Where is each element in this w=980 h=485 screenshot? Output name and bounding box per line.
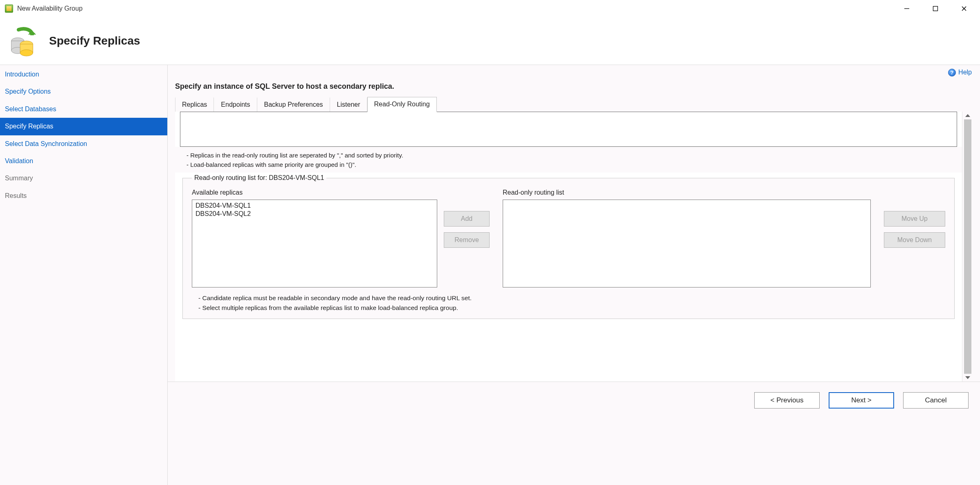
help-link[interactable]: ? Help <box>948 69 972 76</box>
body: Introduction Specify Options Select Data… <box>0 65 980 485</box>
tab-panel: - Replicas in the read-only routing list… <box>175 112 973 382</box>
close-icon <box>961 6 967 11</box>
close-button[interactable] <box>950 0 978 17</box>
cancel-button[interactable]: Cancel <box>903 392 969 409</box>
window-title: New Availability Group <box>17 5 83 12</box>
minimize-button[interactable] <box>892 0 921 17</box>
top-note-1: - Replicas in the read-only routing list… <box>187 151 952 160</box>
content-area: ? Help Specify an instance of SQL Server… <box>168 65 980 485</box>
add-button[interactable]: Add <box>444 211 490 227</box>
next-button[interactable]: Next > <box>829 392 894 409</box>
bottom-notes: - Candidate replica must be readable in … <box>192 287 945 313</box>
routing-list-column: Read-only routing list <box>503 189 871 287</box>
tab-listener[interactable]: Listener <box>330 97 367 112</box>
available-column: Available replicas DBS204-VM-SQL1 DBS204… <box>192 189 437 287</box>
step-results: Results <box>0 187 167 204</box>
move-up-button[interactable]: Move Up <box>884 211 945 227</box>
titlebar: New Availability Group <box>0 0 980 17</box>
scroll-up-icon[interactable] <box>965 114 970 117</box>
tabstrip: Replicas Endpoints Backup Preferences Li… <box>168 97 980 112</box>
page-header: Specify Replicas <box>0 17 980 65</box>
step-introduction[interactable]: Introduction <box>0 66 167 83</box>
list-item[interactable]: DBS204-VM-SQL2 <box>195 210 434 218</box>
vertical-scrollbar[interactable] <box>962 112 973 382</box>
routing-legend: Read-only routing list for: DBS204-VM-SQ… <box>192 174 326 182</box>
wizard-icon <box>7 25 39 57</box>
routing-url-grid[interactable] <box>180 112 957 147</box>
svg-rect-1 <box>933 7 938 11</box>
step-summary: Summary <box>0 170 167 187</box>
bottom-note-1: - Candidate replica must be readable in … <box>198 293 943 303</box>
bottom-note-2: - Select multiple replicas from the avai… <box>198 303 943 313</box>
tab-endpoints[interactable]: Endpoints <box>214 97 257 112</box>
previous-button[interactable]: < Previous <box>754 392 820 409</box>
available-replicas-list[interactable]: DBS204-VM-SQL1 DBS204-VM-SQL2 <box>192 200 437 287</box>
minimize-icon <box>904 6 910 11</box>
step-specify-options[interactable]: Specify Options <box>0 83 167 100</box>
tab-read-only-routing[interactable]: Read-Only Routing <box>367 97 437 112</box>
move-down-button[interactable]: Move Down <box>884 232 945 248</box>
svg-point-10 <box>20 49 33 56</box>
scroll-down-icon[interactable] <box>965 376 970 379</box>
help-icon: ? <box>948 69 956 76</box>
step-select-databases[interactable]: Select Databases <box>0 101 167 118</box>
tab-panel-inner: - Replicas in the read-only routing list… <box>175 112 962 382</box>
tab-replicas[interactable]: Replicas <box>175 97 214 112</box>
page-title: Specify Replicas <box>49 34 140 47</box>
page-subtitle: Specify an instance of SQL Server to hos… <box>168 80 980 97</box>
move-buttons: Move Up Move Down <box>884 189 945 248</box>
help-label: Help <box>958 69 972 76</box>
routing-fieldset: Read-only routing list for: DBS204-VM-SQ… <box>182 174 955 319</box>
wizard-sidebar: Introduction Specify Options Select Data… <box>0 65 168 485</box>
wizard-footer: < Previous Next > Cancel <box>168 382 980 418</box>
step-specify-replicas[interactable]: Specify Replicas <box>0 118 167 135</box>
routing-list[interactable] <box>503 200 871 287</box>
top-notes: - Replicas in the read-only routing list… <box>175 147 962 173</box>
app-icon <box>5 4 13 13</box>
maximize-icon <box>933 6 938 11</box>
routing-list-label: Read-only routing list <box>503 189 871 196</box>
list-item[interactable]: DBS204-VM-SQL1 <box>195 202 434 210</box>
top-note-2: - Load-balanced replicas with same prior… <box>187 160 952 170</box>
tab-backup-preferences[interactable]: Backup Preferences <box>257 97 330 112</box>
step-select-data-sync[interactable]: Select Data Synchronization <box>0 135 167 153</box>
maximize-button[interactable] <box>921 0 950 17</box>
scrollbar-thumb[interactable] <box>964 119 971 374</box>
window-controls <box>892 0 978 17</box>
step-validation[interactable]: Validation <box>0 153 167 170</box>
add-remove-buttons: Add Remove <box>444 189 490 248</box>
help-row: ? Help <box>168 65 980 80</box>
routing-lists: Available replicas DBS204-VM-SQL1 DBS204… <box>192 189 945 287</box>
available-label: Available replicas <box>192 189 437 196</box>
remove-button[interactable]: Remove <box>444 232 490 248</box>
window: New Availability Group <box>0 0 980 485</box>
